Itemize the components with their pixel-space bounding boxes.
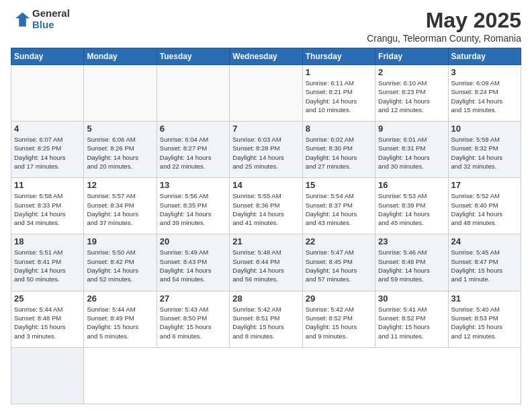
- calendar-cell: 10Sunrise: 5:59 AM Sunset: 8:32 PM Dayli…: [448, 122, 521, 178]
- logo-general: General: [32, 8, 70, 19]
- weekday-header: Saturday: [448, 48, 521, 65]
- day-info: Sunrise: 6:02 AM Sunset: 8:30 PM Dayligh…: [306, 135, 372, 171]
- day-number: 12: [87, 180, 153, 190]
- calendar-cell: 31Sunrise: 5:40 AM Sunset: 8:53 PM Dayli…: [448, 291, 521, 347]
- calendar-cell: 22Sunrise: 5:47 AM Sunset: 8:45 PM Dayli…: [302, 234, 375, 291]
- day-info: Sunrise: 5:49 AM Sunset: 8:43 PM Dayligh…: [160, 248, 226, 283]
- day-number: 4: [14, 124, 81, 134]
- day-number: 18: [14, 236, 81, 246]
- calendar-cell: [11, 65, 84, 122]
- calendar-cell: 19Sunrise: 5:50 AM Sunset: 8:42 PM Dayli…: [84, 234, 157, 291]
- day-info: Sunrise: 6:04 AM Sunset: 8:27 PM Dayligh…: [160, 135, 226, 171]
- logo-blue: Blue: [32, 19, 70, 31]
- header: General Blue May 2025 Crangu, Teleorman …: [11, 8, 521, 44]
- logo-icon: [11, 10, 30, 29]
- calendar-cell: 26Sunrise: 5:44 AM Sunset: 8:49 PM Dayli…: [84, 291, 157, 347]
- subtitle: Crangu, Teleorman County, Romania: [367, 33, 521, 44]
- day-info: Sunrise: 5:47 AM Sunset: 8:45 PM Dayligh…: [306, 248, 372, 283]
- day-info: Sunrise: 5:42 AM Sunset: 8:52 PM Dayligh…: [306, 305, 372, 340]
- calendar-cell: [84, 65, 157, 122]
- calendar-cell: 2Sunrise: 6:10 AM Sunset: 8:23 PM Daylig…: [375, 65, 448, 122]
- calendar-cell: 23Sunrise: 5:46 AM Sunset: 8:46 PM Dayli…: [375, 234, 448, 291]
- calendar-cell: 18Sunrise: 5:51 AM Sunset: 8:41 PM Dayli…: [11, 234, 84, 291]
- day-number: 21: [232, 236, 299, 246]
- calendar-cell: 8Sunrise: 6:02 AM Sunset: 8:30 PM Daylig…: [302, 122, 375, 178]
- calendar-row: 1Sunrise: 6:11 AM Sunset: 8:21 PM Daylig…: [11, 65, 521, 122]
- weekday-header-row: SundayMondayTuesdayWednesdayThursdayFrid…: [11, 48, 521, 65]
- calendar-cell: 4Sunrise: 6:07 AM Sunset: 8:25 PM Daylig…: [11, 122, 84, 178]
- day-number: 13: [160, 180, 226, 190]
- title-block: May 2025 Crangu, Teleorman County, Roman…: [367, 8, 521, 44]
- day-number: 5: [87, 124, 153, 134]
- day-info: Sunrise: 5:45 AM Sunset: 8:47 PM Dayligh…: [451, 248, 518, 283]
- day-info: Sunrise: 5:51 AM Sunset: 8:41 PM Dayligh…: [14, 248, 81, 283]
- day-number: 25: [14, 293, 81, 304]
- day-number: 28: [232, 293, 299, 304]
- day-number: 29: [306, 293, 372, 304]
- weekday-header: Sunday: [11, 48, 84, 65]
- main-title: May 2025: [367, 8, 521, 33]
- day-info: Sunrise: 6:06 AM Sunset: 8:26 PM Dayligh…: [87, 135, 153, 171]
- calendar-cell: 20Sunrise: 5:49 AM Sunset: 8:43 PM Dayli…: [157, 234, 229, 291]
- calendar-cell: 16Sunrise: 5:53 AM Sunset: 8:39 PM Dayli…: [375, 178, 448, 234]
- day-info: Sunrise: 6:01 AM Sunset: 8:31 PM Dayligh…: [378, 135, 445, 171]
- day-info: Sunrise: 5:55 AM Sunset: 8:36 PM Dayligh…: [232, 191, 299, 227]
- calendar-cell: 5Sunrise: 6:06 AM Sunset: 8:26 PM Daylig…: [84, 122, 157, 178]
- day-number: 11: [14, 180, 81, 190]
- day-number: 9: [378, 124, 445, 134]
- calendar-cell: 30Sunrise: 5:41 AM Sunset: 8:52 PM Dayli…: [375, 291, 448, 347]
- day-info: Sunrise: 6:07 AM Sunset: 8:25 PM Dayligh…: [14, 135, 81, 171]
- weekday-header: Tuesday: [157, 48, 229, 65]
- day-number: 19: [87, 236, 153, 246]
- day-number: 16: [378, 180, 445, 190]
- day-info: Sunrise: 5:44 AM Sunset: 8:49 PM Dayligh…: [87, 305, 153, 340]
- day-number: 26: [87, 293, 153, 304]
- calendar-row: 25Sunrise: 5:44 AM Sunset: 8:48 PM Dayli…: [11, 291, 521, 347]
- day-number: 17: [451, 180, 518, 190]
- day-info: Sunrise: 5:40 AM Sunset: 8:53 PM Dayligh…: [451, 305, 518, 340]
- calendar-row: 4Sunrise: 6:07 AM Sunset: 8:25 PM Daylig…: [11, 122, 521, 178]
- calendar-row: 18Sunrise: 5:51 AM Sunset: 8:41 PM Dayli…: [11, 234, 521, 291]
- day-info: Sunrise: 5:54 AM Sunset: 8:37 PM Dayligh…: [306, 191, 372, 227]
- day-number: 15: [306, 180, 372, 190]
- day-number: 10: [451, 124, 518, 134]
- logo: General Blue: [11, 8, 70, 30]
- calendar-table: SundayMondayTuesdayWednesdayThursdayFrid…: [11, 48, 521, 404]
- day-info: Sunrise: 5:42 AM Sunset: 8:51 PM Dayligh…: [232, 305, 299, 340]
- day-number: 8: [306, 124, 372, 134]
- calendar-cell: [11, 347, 84, 404]
- day-number: 20: [160, 236, 226, 246]
- day-number: 23: [378, 236, 445, 246]
- calendar-cell: 1Sunrise: 6:11 AM Sunset: 8:21 PM Daylig…: [302, 65, 375, 122]
- calendar-cell: 17Sunrise: 5:52 AM Sunset: 8:40 PM Dayli…: [448, 178, 521, 234]
- calendar-cell: 3Sunrise: 6:09 AM Sunset: 8:24 PM Daylig…: [448, 65, 521, 122]
- day-info: Sunrise: 6:10 AM Sunset: 8:23 PM Dayligh…: [378, 79, 445, 114]
- day-number: 7: [232, 124, 299, 134]
- calendar-cell: 21Sunrise: 5:48 AM Sunset: 8:44 PM Dayli…: [230, 234, 302, 291]
- day-info: Sunrise: 6:09 AM Sunset: 8:24 PM Dayligh…: [451, 79, 518, 114]
- calendar-cell: 25Sunrise: 5:44 AM Sunset: 8:48 PM Dayli…: [11, 291, 84, 347]
- calendar-cell: 24Sunrise: 5:45 AM Sunset: 8:47 PM Dayli…: [448, 234, 521, 291]
- page: General Blue May 2025 Crangu, Teleorman …: [0, 0, 532, 411]
- day-number: 22: [306, 236, 372, 246]
- calendar-cell: [230, 65, 302, 122]
- calendar-cell: 6Sunrise: 6:04 AM Sunset: 8:27 PM Daylig…: [157, 122, 229, 178]
- calendar-row: [11, 347, 521, 404]
- calendar-cell: [157, 65, 229, 122]
- weekday-header: Monday: [84, 48, 157, 65]
- day-number: 14: [232, 180, 299, 190]
- day-info: Sunrise: 5:58 AM Sunset: 8:33 PM Dayligh…: [14, 191, 81, 227]
- calendar-cell: 13Sunrise: 5:56 AM Sunset: 8:35 PM Dayli…: [157, 178, 229, 234]
- weekday-header: Friday: [375, 48, 448, 65]
- day-number: 6: [160, 124, 226, 134]
- day-number: 1: [306, 67, 372, 77]
- day-info: Sunrise: 5:46 AM Sunset: 8:46 PM Dayligh…: [378, 248, 445, 283]
- day-number: 3: [451, 67, 518, 77]
- calendar-cell: 27Sunrise: 5:43 AM Sunset: 8:50 PM Dayli…: [157, 291, 229, 347]
- day-info: Sunrise: 6:11 AM Sunset: 8:21 PM Dayligh…: [306, 79, 372, 114]
- weekday-header: Wednesday: [230, 48, 302, 65]
- calendar-cell: 14Sunrise: 5:55 AM Sunset: 8:36 PM Dayli…: [230, 178, 302, 234]
- calendar-cell: 11Sunrise: 5:58 AM Sunset: 8:33 PM Dayli…: [11, 178, 84, 234]
- day-number: 2: [378, 67, 445, 77]
- day-info: Sunrise: 6:03 AM Sunset: 8:28 PM Dayligh…: [232, 135, 299, 171]
